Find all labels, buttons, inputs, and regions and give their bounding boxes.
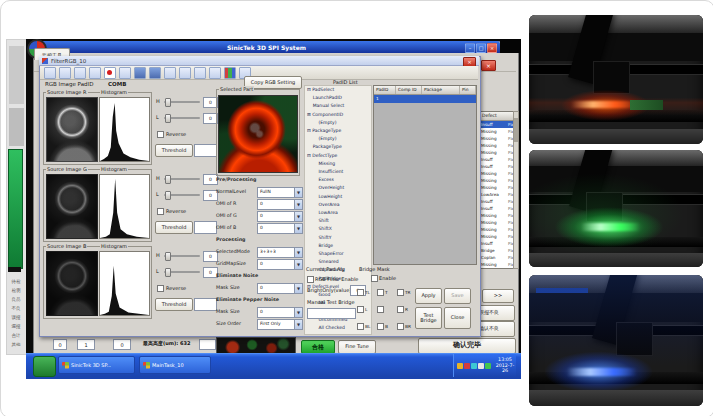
toolbar-icon[interactable]: [74, 67, 86, 79]
bridge-mask-checkbox[interactable]: [377, 306, 384, 313]
threshold-button[interactable]: Threshold: [155, 144, 193, 157]
toolbar-icon[interactable]: [164, 67, 176, 79]
chevron-down-icon[interactable]: ▼: [294, 188, 302, 197]
taskbar-item-spi[interactable]: SinicTek 3D SP...: [58, 356, 135, 374]
defect-row[interactable]: Missing Pa: [480, 233, 514, 240]
chevron-down-icon[interactable]: ▼: [294, 224, 302, 233]
minimize-button[interactable]: –: [465, 43, 475, 53]
toolbar-icon[interactable]: [44, 67, 56, 79]
tree-item[interactable]: (Empty): [305, 135, 371, 143]
toolbar-icon[interactable]: [149, 67, 161, 79]
tree-item[interactable]: Bridge: [305, 242, 371, 250]
toolbar-icon[interactable]: [179, 67, 191, 79]
toolbar-icon[interactable]: [59, 67, 71, 79]
toolbar-icon[interactable]: [224, 67, 236, 79]
status-field-4[interactable]: [199, 339, 216, 350]
param-dropdown[interactable]: 0 ▼: [257, 259, 303, 270]
child-close-icon[interactable]: ×: [481, 60, 496, 71]
defect-row[interactable]: Insuff Pa: [480, 163, 514, 170]
bridge-mask-checkbox[interactable]: [357, 306, 364, 313]
bridge-mask-checkbox[interactable]: [377, 289, 384, 296]
defect-row[interactable]: Insuff Pa: [480, 121, 514, 128]
status-field-2[interactable]: 1: [77, 339, 95, 350]
chevron-down-icon[interactable]: ▼: [294, 284, 302, 293]
defect-row[interactable]: Missing Pa: [480, 170, 514, 177]
tree-item[interactable]: ⊟ DefectType: [305, 152, 371, 160]
bridge-mask-checkbox[interactable]: [377, 323, 384, 330]
defect-row[interactable]: Coplan Pa: [480, 254, 514, 261]
toolbar-icon[interactable]: [209, 67, 221, 79]
pad-list-column-header[interactable]: Package: [422, 86, 460, 94]
chevron-down-icon[interactable]: ▼: [294, 248, 302, 257]
tray-icon-yellow[interactable]: [457, 363, 463, 369]
reverse-checkbox[interactable]: [157, 131, 164, 138]
tree-item[interactable]: ShapeError: [305, 250, 371, 258]
pad-list-selected-row[interactable]: 1: [374, 95, 476, 103]
pad-list-column-header[interactable]: Pin: [460, 86, 476, 94]
chevron-down-icon[interactable]: ▼: [294, 308, 302, 317]
defect-row[interactable]: Missing Pa: [480, 212, 514, 219]
bridge-mask-cell[interactable]: R: [397, 302, 417, 316]
defect-row[interactable]: Missing Pa: [480, 177, 514, 184]
defect-table-scrollbar[interactable]: [513, 111, 519, 269]
tree-item[interactable]: Missing: [305, 160, 371, 168]
toolbar-icon[interactable]: [134, 67, 146, 79]
bridge-mask-enable-checkbox[interactable]: [371, 275, 378, 282]
defect-row[interactable]: Insuff Pa: [480, 205, 514, 212]
confirm-done-button[interactable]: 确认完毕: [418, 338, 516, 354]
tray-icon-cyan[interactable]: [471, 363, 477, 369]
param-dropdown[interactable]: 0 ▼: [257, 199, 303, 210]
taskbar-item-maintask[interactable]: MainTask_10: [139, 356, 211, 374]
save-button[interactable]: Save: [444, 288, 471, 304]
threshold-button[interactable]: Threshold: [155, 221, 193, 234]
defect-row[interactable]: Missing Pa: [480, 184, 514, 191]
status-field-1[interactable]: 0: [53, 339, 67, 350]
tree-item[interactable]: Insufficient: [305, 168, 371, 176]
low-slider-thumb[interactable]: [165, 114, 171, 123]
defect-row[interactable]: LowArea Pa: [480, 191, 514, 198]
status-field-3[interactable]: 0: [113, 339, 131, 350]
defect-row[interactable]: Missing Pa: [480, 142, 514, 149]
low-slider-thumb[interactable]: [165, 268, 171, 277]
defect-row[interactable]: Missing Pa: [480, 226, 514, 233]
tree-item[interactable]: ShiftX: [305, 225, 371, 233]
tree-item[interactable]: ShiftY: [305, 234, 371, 242]
bridge-mask-cell[interactable]: BL: [357, 319, 377, 333]
pass-button[interactable]: 合格: [301, 340, 335, 354]
more-button[interactable]: >>: [482, 289, 514, 303]
low-slider-thumb[interactable]: [165, 191, 171, 200]
tree-item[interactable]: (Empty): [305, 119, 371, 127]
bridge-mask-cell[interactable]: [377, 302, 397, 316]
param-dropdown[interactable]: 3+3+3 ▼: [257, 247, 303, 258]
chevron-down-icon[interactable]: ▼: [294, 200, 302, 209]
pad-list-column-header[interactable]: Comp ID: [396, 86, 422, 94]
tree-item[interactable]: PackageType: [305, 143, 371, 151]
toolbar-icon[interactable]: [104, 67, 116, 79]
tree-item[interactable]: LaunchPadID: [305, 94, 371, 102]
param-dropdown[interactable]: 0 ▼: [257, 211, 303, 222]
bridge-mask-cell[interactable]: T: [377, 285, 397, 299]
maximize-button[interactable]: □: [476, 43, 486, 53]
param-dropdown[interactable]: First Only ▼: [257, 319, 303, 330]
defect-row[interactable]: Missing Pa: [480, 149, 514, 156]
bridge-mask-cell[interactable]: TR: [397, 285, 417, 299]
defect-row[interactable]: Insuff Pa: [480, 198, 514, 205]
threshold-field[interactable]: [194, 144, 217, 157]
param-dropdown[interactable]: 0 ▼: [257, 283, 303, 294]
tree-item[interactable]: LowHeight: [305, 193, 371, 201]
tree-item[interactable]: Manual Select: [305, 102, 371, 110]
toolbar-icon[interactable]: [194, 67, 206, 79]
defect-row[interactable]: Insuff Pa: [480, 156, 514, 163]
manual-test-bridge-field[interactable]: [307, 308, 356, 319]
tree-item[interactable]: OverHeight: [305, 184, 371, 192]
defect-row[interactable]: Missing Pa: [480, 261, 514, 268]
tree-item[interactable]: Shift: [305, 217, 371, 225]
tree-item[interactable]: ⊞ ComponentID: [305, 111, 371, 119]
param-dropdown[interactable]: 0 ▼: [257, 307, 303, 318]
chevron-down-icon[interactable]: ▼: [294, 212, 302, 221]
pad-list-column-header[interactable]: PadID: [374, 86, 396, 94]
main-titlebar[interactable]: SinicTek 3D SPI System – □ ×: [33, 41, 500, 53]
bridge-mask-checkbox[interactable]: [397, 306, 404, 313]
toolbar-icon[interactable]: [119, 67, 131, 79]
tray-icon-red[interactable]: [464, 363, 470, 369]
